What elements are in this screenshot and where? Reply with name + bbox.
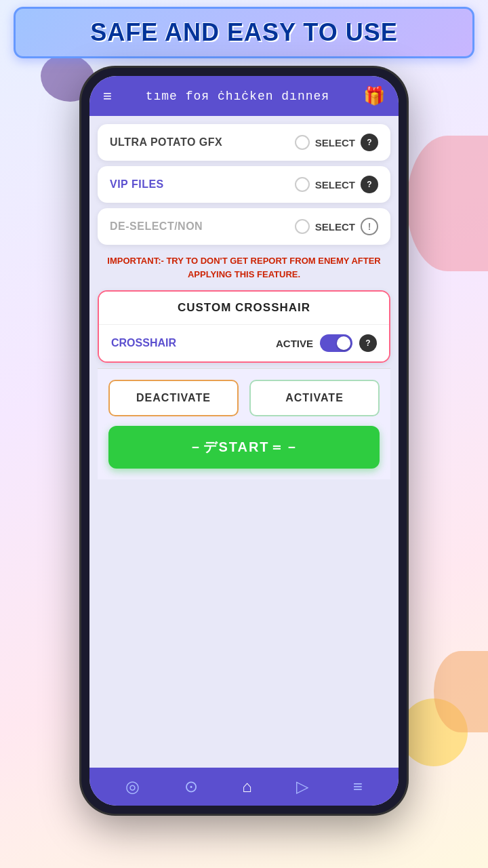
- crosshair-title: CUSTOM CROSSHAIR: [178, 301, 310, 314]
- help-icon: ?: [367, 138, 371, 147]
- crosshair-row: CROSSHAIR ACTIVE ?: [99, 325, 389, 361]
- info-icon: !: [368, 221, 371, 232]
- ultra-potato-help[interactable]: ?: [361, 134, 378, 151]
- scroll-content: ULTRA POTATO GFX SELECT ? VIP FILES SELE…: [89, 116, 399, 768]
- crosshair-toggle[interactable]: [320, 334, 352, 352]
- deselect-option: DE-SELECT/NON SELECT !: [98, 208, 390, 245]
- active-text: ACTIVE: [276, 338, 313, 349]
- deselect-select-text[interactable]: SELECT: [315, 221, 355, 233]
- help-icon-vip: ?: [367, 180, 371, 189]
- menu-icon[interactable]: ≡: [103, 89, 112, 104]
- bottom-nav: ◎ ⊙ ⌂ ▷ ≡: [89, 768, 399, 806]
- nav-compass-icon[interactable]: ◎: [125, 777, 140, 796]
- vip-files-select-text[interactable]: SELECT: [315, 179, 355, 191]
- nav-menu-icon[interactable]: ≡: [353, 777, 363, 796]
- ultra-potato-option: ULTRA POTATO GFX SELECT ?: [98, 124, 390, 161]
- crosshair-section: CUSTOM CROSSHAIR CROSSHAIR ACTIVE ?: [98, 290, 390, 363]
- action-area: DEACTIVATE ACTIVATE －デSTART＝－: [98, 368, 390, 479]
- ultra-potato-select-text[interactable]: SELECT: [315, 137, 355, 149]
- deselect-right: SELECT !: [295, 218, 378, 235]
- banner-text: SAFE AND EASY TO USE: [29, 18, 459, 47]
- phone-frame: ≡ tıme foя ċhıċken dınneя 🎁 ULTRA POTATO…: [81, 68, 407, 814]
- vip-files-right: SELECT ?: [295, 176, 378, 193]
- app-header: ≡ tıme foя ċhıċken dınneя 🎁: [89, 76, 399, 116]
- nav-home-icon[interactable]: ⌂: [242, 777, 252, 796]
- deselect-info[interactable]: !: [361, 218, 378, 235]
- app-title: tıme foя ċhıċken dınneя: [146, 90, 329, 103]
- top-banner: SAFE AND EASY TO USE: [14, 7, 474, 58]
- crosshair-controls: ACTIVE ?: [276, 334, 377, 352]
- crosshair-header: CUSTOM CROSSHAIR: [99, 292, 389, 325]
- action-buttons-row: DEACTIVATE ACTIVATE: [108, 380, 380, 416]
- warning-text: IMPORTANT:- TRY TO DON'T GET REPORT FROM…: [98, 250, 390, 285]
- crosshair-label: CROSSHAIR: [111, 337, 176, 349]
- vip-files-radio[interactable]: [295, 177, 310, 192]
- start-button[interactable]: －デSTART＝－: [108, 426, 380, 469]
- ultra-potato-label: ULTRA POTATO GFX: [110, 136, 222, 149]
- activate-button[interactable]: ACTIVATE: [249, 380, 380, 416]
- ultra-potato-radio[interactable]: [295, 135, 310, 150]
- bg-blob-pink: [407, 136, 488, 271]
- phone-screen: ≡ tıme foя ċhıċken dınneя 🎁 ULTRA POTATO…: [89, 76, 399, 806]
- nav-play-icon[interactable]: ▷: [296, 777, 308, 796]
- crosshair-help-icon: ?: [365, 338, 370, 348]
- deselect-radio[interactable]: [295, 219, 310, 234]
- gift-icon[interactable]: 🎁: [363, 85, 385, 106]
- nav-camera-icon[interactable]: ⊙: [184, 777, 198, 796]
- vip-files-option: VIP FILES SELECT ?: [98, 166, 390, 203]
- deselect-label: DE-SELECT/NON: [110, 220, 203, 233]
- vip-files-help[interactable]: ?: [361, 176, 378, 193]
- vip-files-label: VIP FILES: [110, 178, 164, 191]
- crosshair-help[interactable]: ?: [359, 334, 377, 352]
- deactivate-button[interactable]: DEACTIVATE: [108, 380, 239, 416]
- ultra-potato-right: SELECT ?: [295, 134, 378, 151]
- bg-blob-orange: [434, 651, 488, 732]
